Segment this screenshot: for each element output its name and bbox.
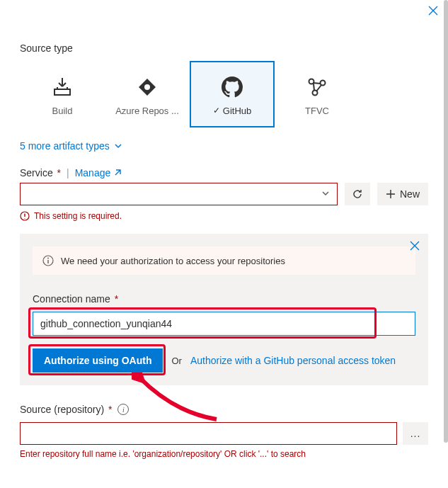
manage-link[interactable]: Manage (75, 167, 122, 178)
more-artifact-types-link[interactable]: 5 more artifact types (20, 140, 122, 152)
annotation-arrow (132, 373, 224, 424)
connection-name-input[interactable] (33, 312, 415, 336)
plus-icon (386, 189, 396, 199)
dialog-close-button[interactable] (428, 6, 438, 18)
external-link-icon (113, 169, 122, 177)
svg-point-6 (47, 258, 49, 259)
chevron-down-icon (114, 141, 122, 152)
info-icon (42, 255, 54, 266)
authorize-token-link[interactable]: Authorize with a GitHub personal access … (190, 355, 396, 366)
panel-close-button[interactable] (410, 241, 420, 253)
error-icon (20, 211, 30, 221)
new-button-label: New (400, 188, 420, 200)
source-type-label: Source type (20, 42, 428, 54)
tile-github[interactable]: GitHub (190, 61, 275, 127)
auth-panel: We need your authorization to access you… (20, 234, 428, 385)
source-repo-label: Source (repository) * (20, 404, 112, 415)
tile-azure-repos[interactable]: Azure Repos ... (105, 61, 190, 127)
scrollbar[interactable] (444, 0, 448, 488)
service-label: Service * (20, 167, 61, 178)
browse-repo-button[interactable]: ... (403, 422, 428, 445)
info-banner: We need your authorization to access you… (33, 246, 415, 275)
authorize-oauth-button[interactable]: Authorize using OAuth (33, 348, 163, 373)
refresh-button[interactable] (345, 183, 370, 205)
tile-tfvc[interactable]: TFVC (275, 61, 360, 127)
azure-repos-icon (137, 76, 158, 98)
connection-name-label: Connection name * (33, 293, 415, 305)
service-select[interactable] (20, 183, 338, 205)
tile-github-label: GitHub (223, 106, 251, 116)
tile-build-label: Build (52, 106, 73, 116)
tfvc-icon (306, 76, 328, 98)
svg-point-2 (321, 80, 326, 85)
info-banner-text: We need your authorization to access you… (61, 256, 285, 266)
new-button[interactable]: New (377, 183, 428, 205)
source-repo-input[interactable] (20, 422, 397, 445)
tile-azure-repos-label: Azure Repos ... (115, 106, 179, 116)
source-repo-hint: Enter repository full name i.e. 'organiz… (20, 449, 428, 459)
github-icon (222, 76, 243, 98)
chevron-down-icon (321, 188, 330, 200)
or-text: Or (171, 356, 181, 366)
manage-link-text: Manage (75, 167, 111, 178)
tile-tfvc-label: TFVC (305, 106, 329, 116)
svg-point-0 (144, 84, 150, 90)
divider: | (67, 167, 69, 178)
service-error: This setting is required. (20, 211, 428, 221)
more-artifact-types-label: 5 more artifact types (20, 140, 110, 152)
close-icon (410, 241, 420, 251)
tile-build[interactable]: Build (20, 61, 105, 127)
build-icon (52, 76, 73, 98)
help-icon[interactable]: i (117, 404, 129, 415)
refresh-icon (352, 188, 363, 200)
